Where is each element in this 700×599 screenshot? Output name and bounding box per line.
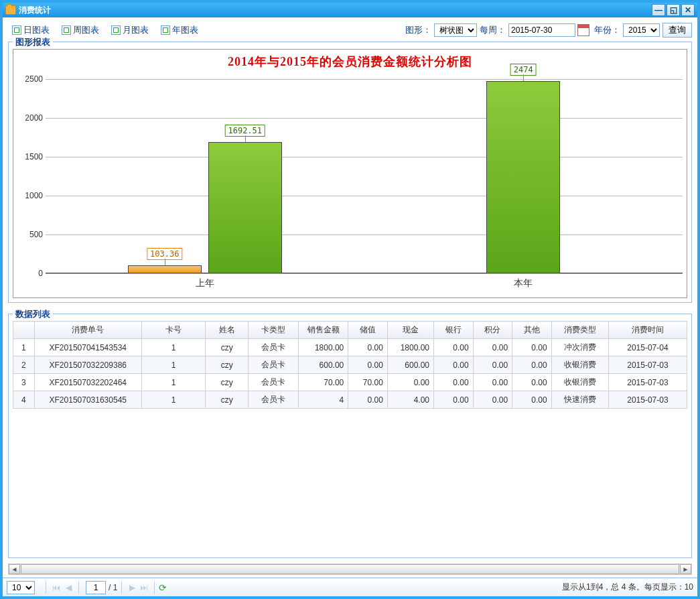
cell: 会员卡 <box>249 374 299 391</box>
period-label: 每周： <box>480 24 506 36</box>
cell: 4 <box>13 391 35 409</box>
month-chart-label: 月图表 <box>123 24 149 36</box>
data-table: 消费单号卡号姓名卡类型销售金额储值现金银行积分其他消费类型消费时间 1XF201… <box>13 321 687 409</box>
cell: czy <box>206 374 249 391</box>
scroll-left-button[interactable]: ◄ <box>9 564 20 574</box>
cell: 0.00 <box>434 356 474 374</box>
minimize-button[interactable]: — <box>652 4 665 16</box>
page-last-button[interactable]: ⏭ <box>138 582 150 594</box>
cell: 0.00 <box>348 391 388 409</box>
cell: 0.00 <box>387 374 433 391</box>
data-panel-title: 数据列表 <box>13 308 53 320</box>
cell: 70.00 <box>298 374 348 391</box>
restore-button[interactable]: ◱ <box>667 4 680 16</box>
cell: 1 <box>13 339 35 356</box>
cell: 2015-07-04 <box>608 339 687 356</box>
cell: 600.00 <box>387 356 433 374</box>
cell: 4 <box>298 391 348 409</box>
close-button[interactable]: ✕ <box>681 4 695 16</box>
col-header[interactable]: 银行 <box>434 322 474 339</box>
chart-panel: 图形报表 2014年与2015年的会员消费金额统计分析图 05001000150… <box>8 42 692 303</box>
page-first-button[interactable]: ⏮ <box>50 582 62 594</box>
page-total-label: / 1 <box>109 583 117 592</box>
cell: XF201507032202464 <box>34 374 141 391</box>
chart-bar <box>486 81 560 273</box>
cell: 会员卡 <box>249 356 299 374</box>
cell: 0.00 <box>434 374 474 391</box>
year-label: 年份： <box>594 24 620 36</box>
week-chart-label: 周图表 <box>73 24 99 36</box>
cell: 0.00 <box>512 374 552 391</box>
page-size-select[interactable]: 10 <box>7 581 35 594</box>
col-header[interactable]: 卡类型 <box>249 322 299 339</box>
week-chart-button[interactable]: 周图表 <box>58 23 103 38</box>
cell: czy <box>206 356 249 374</box>
shape-select[interactable]: 树状图 <box>434 23 477 37</box>
shape-label: 图形： <box>405 24 431 36</box>
table-scroll[interactable]: 消费单号卡号姓名卡类型销售金额储值现金银行积分其他消费类型消费时间 1XF201… <box>13 321 687 438</box>
month-chart-button[interactable]: 月图表 <box>107 23 153 38</box>
chart-icon <box>111 25 121 35</box>
chart-icon <box>62 25 71 35</box>
col-header[interactable]: 消费时间 <box>608 322 687 339</box>
cell: 2015-07-03 <box>608 374 687 391</box>
cell: 1 <box>141 391 206 409</box>
calendar-icon[interactable] <box>577 24 589 36</box>
col-header[interactable]: 其他 <box>512 322 552 339</box>
cell: 0.00 <box>473 391 512 409</box>
pager: 10 ⏮ ◀ / 1 ▶ ⏭ ⟳ 显示从1到4，总 4 条。每页显示：10 <box>3 578 697 596</box>
cell: 1800.00 <box>387 339 433 356</box>
window-title: 消费统计 <box>19 5 51 16</box>
cell: 0.00 <box>512 356 552 374</box>
titlebar: 消费统计 — ◱ ✕ <box>3 3 697 17</box>
day-chart-label: 日图表 <box>23 24 50 36</box>
col-header[interactable]: 卡号 <box>141 322 206 339</box>
col-header[interactable] <box>13 322 35 339</box>
col-header[interactable]: 销售金额 <box>298 322 348 339</box>
cell: 1 <box>141 339 206 356</box>
page-next-button[interactable]: ▶ <box>126 582 138 594</box>
data-panel: 数据列表 消费单号卡号姓名卡类型销售金额储值现金银行积分其他消费类型消费时间 1… <box>8 314 692 558</box>
cell: 0.00 <box>434 391 474 409</box>
toolbar: 日图表 周图表 月图表 年图表 图形： 树状图 每周： 年份： <box>8 21 692 39</box>
page-current-input[interactable] <box>86 581 106 594</box>
scroll-thumb[interactable] <box>21 564 679 574</box>
scroll-right-button[interactable]: ► <box>680 564 691 574</box>
cell: 0.00 <box>512 339 552 356</box>
table-row[interactable]: 3XF2015070322024641czy会员卡70.0070.000.000… <box>13 374 687 391</box>
query-button[interactable]: 查询 <box>662 23 692 38</box>
col-header[interactable]: 储值 <box>348 322 388 339</box>
table-row[interactable]: 4XF2015070316305451czy会员卡40.004.000.000.… <box>13 391 687 409</box>
cell: 1800.00 <box>298 339 348 356</box>
col-header[interactable]: 现金 <box>387 322 433 339</box>
col-header[interactable]: 消费单号 <box>34 322 141 339</box>
col-header[interactable]: 姓名 <box>206 322 249 339</box>
cell: 3 <box>13 374 35 391</box>
day-chart-button[interactable]: 日图表 <box>8 23 54 38</box>
chart-area: 05001000150020002500上年103.361692.51本年247… <box>17 72 683 293</box>
cell: XF201507041543534 <box>34 339 141 356</box>
page-prev-button[interactable]: ◀ <box>62 582 74 594</box>
hscrollbar[interactable]: ◄ ► <box>8 563 692 575</box>
cell: 收银消费 <box>551 356 608 374</box>
cell: 2015-07-03 <box>608 356 687 374</box>
col-header[interactable]: 消费类型 <box>551 322 608 339</box>
year-chart-button[interactable]: 年图表 <box>157 23 202 38</box>
chart-wrap: 2014年与2015年的会员消费金额统计分析图 0500100015002000… <box>13 49 687 298</box>
pager-summary: 显示从1到4，总 4 条。每页显示：10 <box>562 582 693 593</box>
cell: 会员卡 <box>249 391 299 409</box>
folder-icon <box>5 5 16 15</box>
cell: 0.00 <box>512 391 552 409</box>
refresh-button[interactable]: ⟳ <box>159 582 167 593</box>
table-row[interactable]: 2XF2015070322093861czy会员卡600.000.00600.0… <box>13 356 687 374</box>
table-row[interactable]: 1XF2015070415435341czy会员卡1800.000.001800… <box>13 339 687 356</box>
cell: czy <box>206 339 249 356</box>
cell: 4.00 <box>387 391 433 409</box>
cell: 1 <box>141 374 206 391</box>
cell: 0.00 <box>434 339 474 356</box>
year-select[interactable]: 2015 <box>623 23 660 37</box>
cell: XF201507032209386 <box>34 356 141 374</box>
col-header[interactable]: 积分 <box>473 322 512 339</box>
date-input[interactable] <box>508 23 575 37</box>
cell: 快速消费 <box>551 391 608 409</box>
